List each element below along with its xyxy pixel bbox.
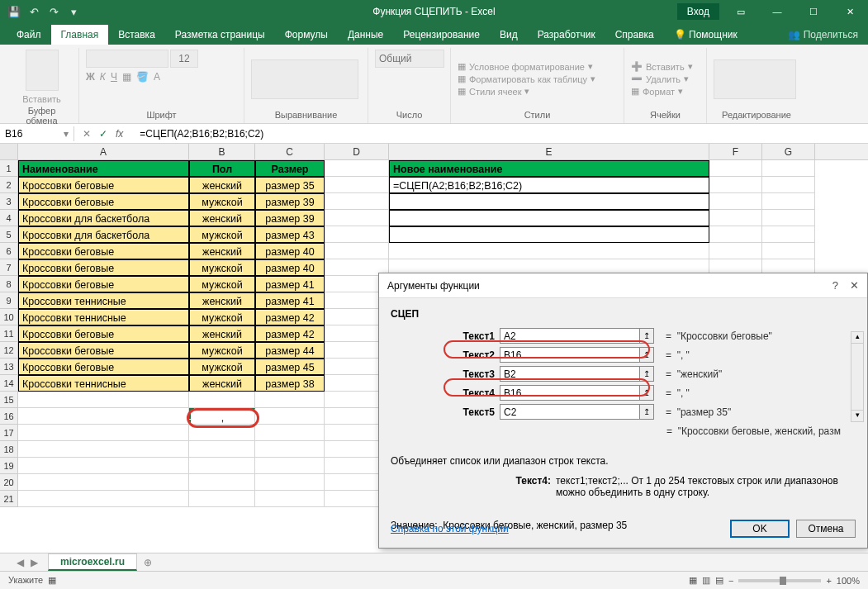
qat-more-icon[interactable]: ▾ bbox=[66, 4, 81, 19]
font-size[interactable]: 12 bbox=[170, 50, 198, 68]
paste-button[interactable] bbox=[26, 50, 59, 91]
row-header[interactable]: 5 bbox=[0, 226, 18, 243]
fill-color-icon[interactable]: 🪣 bbox=[136, 71, 149, 83]
cell[interactable] bbox=[18, 425, 189, 441]
view-page-layout-icon[interactable]: ▥ bbox=[702, 575, 710, 586]
cell[interactable]: размер 41 bbox=[255, 292, 325, 309]
cell[interactable]: мужской bbox=[189, 359, 255, 375]
col-header[interactable]: C bbox=[255, 144, 325, 159]
cell[interactable] bbox=[255, 474, 325, 491]
cell[interactable]: размер 41 bbox=[255, 276, 325, 292]
sheet-tab[interactable]: microexcel.ru bbox=[48, 553, 137, 571]
col-header[interactable]: G bbox=[762, 144, 815, 159]
cell[interactable] bbox=[255, 441, 325, 458]
tab-data[interactable]: Данные bbox=[338, 25, 393, 45]
bold-icon[interactable]: Ж bbox=[86, 71, 95, 83]
cell[interactable] bbox=[189, 392, 255, 408]
cell-selected[interactable]: , bbox=[189, 408, 255, 425]
zoom-level[interactable]: 100% bbox=[837, 576, 860, 586]
border-icon[interactable]: ▦ bbox=[122, 71, 131, 83]
tab-formulas[interactable]: Формулы bbox=[275, 25, 338, 45]
cell[interactable]: Кроссовки беговые bbox=[18, 259, 189, 276]
cell[interactable]: Кроссовки беговые bbox=[18, 342, 189, 359]
cell[interactable]: размер 39 bbox=[255, 210, 325, 226]
cell[interactable] bbox=[762, 160, 815, 177]
cell[interactable] bbox=[325, 243, 389, 259]
cell[interactable]: мужской bbox=[189, 276, 255, 292]
formula-input[interactable] bbox=[136, 126, 868, 141]
cell[interactable] bbox=[18, 474, 189, 491]
cell[interactable]: Новое наименование bbox=[389, 160, 709, 177]
save-icon[interactable]: 💾 bbox=[7, 4, 21, 19]
cell[interactable]: размер 39 bbox=[255, 193, 325, 210]
cell[interactable]: Кроссовки беговые bbox=[18, 177, 189, 193]
cell[interactable]: =СЦЕП(A2;B16;B2;B16;C2) bbox=[389, 177, 709, 193]
undo-icon[interactable]: ↶ bbox=[26, 4, 41, 19]
cell[interactable]: размер 43 bbox=[255, 226, 325, 243]
sheet-nav-prev-icon[interactable]: ◀ bbox=[17, 557, 24, 568]
cell[interactable] bbox=[762, 177, 815, 193]
alignment-controls[interactable] bbox=[251, 59, 358, 99]
row-header[interactable]: 21 bbox=[0, 491, 18, 507]
cancel-button[interactable]: Отмена bbox=[796, 520, 856, 538]
ribbon-options-icon[interactable]: ▭ bbox=[723, 0, 759, 23]
view-normal-icon[interactable]: ▦ bbox=[689, 575, 697, 586]
new-sheet-icon[interactable]: ⊕ bbox=[137, 557, 159, 568]
cell[interactable] bbox=[389, 193, 709, 210]
cell[interactable]: Наименование bbox=[18, 160, 189, 177]
zoom-in-icon[interactable]: + bbox=[826, 576, 831, 586]
fx-icon[interactable]: fx bbox=[116, 128, 128, 140]
cell[interactable] bbox=[709, 193, 762, 210]
cell[interactable]: Кроссовки беговые bbox=[18, 193, 189, 210]
tab-home[interactable]: Главная bbox=[51, 25, 109, 45]
cell[interactable]: женский bbox=[189, 243, 255, 259]
cell[interactable] bbox=[189, 441, 255, 458]
cell[interactable] bbox=[18, 441, 189, 458]
conditional-formatting[interactable]: ▦ Условное форматирование ▾ bbox=[458, 61, 595, 72]
cell-styles[interactable]: ▦ Стили ячеек ▾ bbox=[458, 86, 595, 97]
cell[interactable]: размер 45 bbox=[255, 359, 325, 375]
row-header[interactable]: 6 bbox=[0, 243, 18, 259]
function-help-link[interactable]: Справка по этой функции bbox=[391, 523, 509, 534]
close-icon[interactable]: ✕ bbox=[832, 0, 868, 23]
args-scrollbar[interactable]: ▴▾ bbox=[851, 331, 864, 422]
tab-page-layout[interactable]: Разметка страницы bbox=[165, 25, 275, 45]
cancel-formula-icon[interactable]: ✕ bbox=[83, 128, 91, 140]
cell[interactable]: размер 38 bbox=[255, 375, 325, 392]
row-header[interactable]: 7 bbox=[0, 259, 18, 276]
cell[interactable] bbox=[255, 491, 325, 507]
cell[interactable]: женский bbox=[189, 210, 255, 226]
row-header[interactable]: 13 bbox=[0, 359, 18, 375]
ok-button[interactable]: OK bbox=[730, 520, 790, 538]
row-header[interactable]: 14 bbox=[0, 375, 18, 392]
arg-input[interactable] bbox=[500, 404, 640, 420]
tab-insert[interactable]: Вставка bbox=[108, 25, 165, 45]
row-header[interactable]: 11 bbox=[0, 325, 18, 342]
row-header[interactable]: 1 bbox=[0, 160, 18, 177]
cell[interactable] bbox=[762, 243, 815, 259]
arg-input[interactable] bbox=[500, 366, 640, 382]
maximize-icon[interactable]: ☐ bbox=[795, 0, 832, 23]
cell[interactable] bbox=[709, 226, 762, 243]
cell[interactable] bbox=[325, 160, 389, 177]
cell[interactable]: Кроссовки теннисные bbox=[18, 375, 189, 392]
cell[interactable] bbox=[709, 210, 762, 226]
cell[interactable] bbox=[18, 458, 189, 474]
cell[interactable]: размер 40 bbox=[255, 259, 325, 276]
arg-input[interactable] bbox=[500, 347, 640, 363]
cell[interactable]: Кроссовки беговые bbox=[18, 276, 189, 292]
col-header[interactable]: F bbox=[709, 144, 762, 159]
minimize-icon[interactable]: — bbox=[759, 0, 795, 23]
collapse-dialog-icon[interactable]: ↥ bbox=[639, 328, 654, 344]
cell[interactable]: Размер bbox=[255, 160, 325, 177]
italic-icon[interactable]: К bbox=[100, 71, 106, 83]
row-header[interactable]: 3 bbox=[0, 193, 18, 210]
delete-cells[interactable]: ➖ Удалить ▾ bbox=[631, 74, 693, 84]
cell[interactable] bbox=[325, 193, 389, 210]
arg-input[interactable] bbox=[500, 385, 640, 401]
col-header[interactable]: B bbox=[189, 144, 255, 159]
tab-file[interactable]: Файл bbox=[7, 25, 51, 45]
cell[interactable] bbox=[255, 392, 325, 408]
cell[interactable] bbox=[18, 408, 189, 425]
cell[interactable]: мужской bbox=[189, 342, 255, 359]
